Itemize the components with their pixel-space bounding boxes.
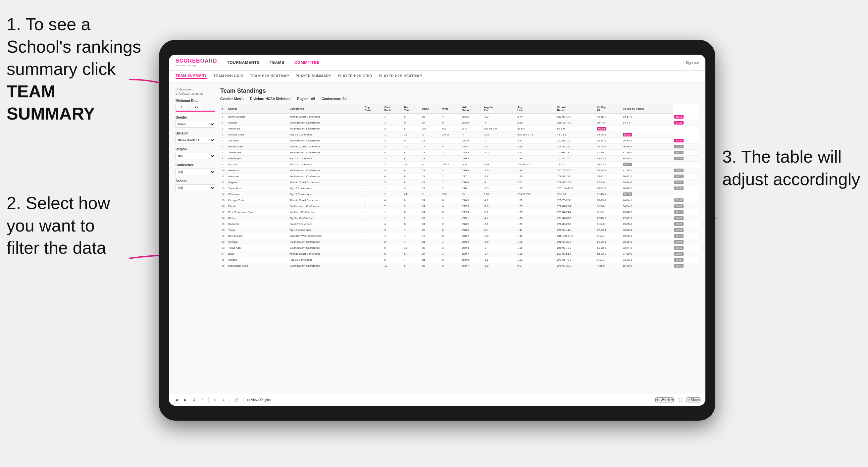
cell-22-4: 9 bbox=[383, 245, 403, 251]
cell-19-14: 80.91 bbox=[673, 227, 699, 233]
navbar: SCOREBOARD Powered by clippi TOURNAMENTS… bbox=[169, 55, 705, 70]
table-row: 22GeorgiaSoutheastern Conference-8721127… bbox=[220, 239, 699, 245]
cell-19-10: 1.44 bbox=[516, 227, 556, 233]
share-btn[interactable]: ↗ Share bbox=[686, 398, 701, 402]
school-select[interactable]: (All) bbox=[176, 185, 215, 191]
score-badge: 80.04 bbox=[674, 168, 684, 172]
cell-4-2: Southeastern Conference bbox=[288, 138, 363, 144]
sign-out[interactable]: | Sign out bbox=[684, 61, 699, 65]
cell-3-12: 79-25-1 bbox=[596, 132, 622, 138]
cell-13-8: -3.1 bbox=[461, 191, 483, 197]
logo-sub: Powered by clippi bbox=[176, 64, 217, 67]
conference-filter-label: Conference: bbox=[321, 97, 341, 101]
cell-16-10: 1.55 bbox=[516, 209, 556, 215]
toolbar-clock[interactable]: 🕐 bbox=[233, 397, 240, 403]
region-select[interactable]: N/A All bbox=[176, 153, 215, 159]
toolbar-forward[interactable]: ▶ bbox=[183, 397, 188, 403]
cell-24-4: 9 bbox=[383, 257, 403, 263]
cell-0-6: 23 bbox=[421, 114, 441, 120]
toolbar-add[interactable]: + bbox=[221, 398, 226, 403]
watch-btn[interactable]: 👁 Watch ▾ bbox=[655, 398, 674, 402]
toolbar-resize[interactable]: ⛶ bbox=[677, 398, 683, 403]
col-avg-par: Avg. toPar bbox=[483, 104, 516, 114]
sidebar: Update time: 27/03/2024 16:56:26 Minimum… bbox=[176, 88, 215, 389]
cell-19-3: - bbox=[363, 227, 383, 233]
cell-23-13: 37-30-0 bbox=[622, 251, 673, 257]
toolbar-home[interactable]: ⌂ bbox=[200, 398, 205, 403]
cell-24-14: 80.38 bbox=[673, 257, 699, 263]
subnav-player-summary[interactable]: PLAYER SUMMARY bbox=[296, 74, 331, 79]
cell-23-5: 9 bbox=[403, 251, 421, 257]
cell-9-0: 10 bbox=[220, 167, 227, 174]
table-area: Team Standings Gender: Men's Division: N… bbox=[220, 88, 699, 389]
gender-select[interactable]: Men's Women's bbox=[176, 121, 215, 127]
watch-label: Watch bbox=[661, 398, 670, 402]
cell-19-2: Big 12 Conference bbox=[288, 227, 363, 233]
table-row: 5Ole MissSoutheastern Conference-3618127… bbox=[220, 138, 699, 144]
nav-committee[interactable]: COMMITTEE bbox=[294, 60, 320, 65]
score-badge: 80.02 bbox=[674, 204, 684, 208]
cell-5-13: 40-29-2 bbox=[622, 144, 673, 150]
table-filters: Gender: Men's Division: NCAA Division I … bbox=[220, 97, 699, 101]
subnav-player-h2h-grid[interactable]: PLAYER H2H GRID bbox=[338, 74, 372, 79]
cell-9-2: Southeastern Conference bbox=[288, 167, 363, 174]
subnav-team-summary[interactable]: TEAM SUMMARY bbox=[176, 73, 207, 79]
cell-14-4: 4 bbox=[383, 197, 403, 204]
cell-25-1: Mississippi State bbox=[227, 263, 288, 269]
subnav-team-h2h-grid[interactable]: TEAM H2H GRID bbox=[213, 74, 243, 79]
slider-bar[interactable] bbox=[176, 111, 215, 112]
col-rank: # bbox=[220, 104, 227, 114]
range-to-input[interactable] bbox=[191, 104, 203, 109]
cell-1-2: Southeastern Conference bbox=[288, 120, 363, 126]
cell-16-14: 80.16 bbox=[673, 209, 699, 215]
cell-23-4: 5 bbox=[383, 251, 403, 257]
toolbar-reload[interactable]: ↺ bbox=[191, 397, 197, 403]
instruction-1-text: 1. To see a School's rankings summary cl… bbox=[7, 14, 141, 79]
cell-25-8: 280.7 bbox=[461, 263, 483, 269]
toolbar-back[interactable]: ◀ bbox=[174, 397, 179, 403]
col-rnds: Rnds bbox=[421, 104, 441, 114]
nav-tournaments[interactable]: TOURNAMENTS bbox=[227, 60, 260, 65]
cell-8-11: 14-21-0 bbox=[556, 162, 595, 167]
cell-9-7: 3 bbox=[441, 167, 461, 174]
cell-18-10: 1.53 bbox=[516, 221, 556, 227]
view-original-icon: ⊡ bbox=[247, 398, 250, 402]
cell-21-0: 22 bbox=[220, 239, 227, 245]
cell-5-7: 4 bbox=[441, 144, 461, 150]
cell-18-7: 2 bbox=[441, 221, 461, 227]
conference-select[interactable]: (All) bbox=[176, 168, 215, 175]
cell-0-0: 1 bbox=[220, 114, 227, 120]
view-original-btn[interactable]: ⊡ View: Original bbox=[247, 398, 272, 402]
cell-1-5: 9 bbox=[403, 120, 421, 126]
cell-6-13: 31-19-0 bbox=[622, 150, 673, 156]
toolbar-bookmark[interactable]: ☆ bbox=[212, 397, 218, 403]
nav-teams[interactable]: TEAMS bbox=[270, 60, 284, 65]
cell-8-8: -4.6 bbox=[461, 162, 483, 167]
subnav-team-h2h-heatmap[interactable]: TEAM H2H HEATMAP bbox=[250, 74, 289, 79]
division-select[interactable]: NCAA Division I NCAA Division II bbox=[176, 137, 215, 144]
table-row: 18IllinoisBig Ten Conference-19231279.1-… bbox=[220, 215, 699, 221]
col-vs-top50: Vs Top 50 Points bbox=[622, 104, 673, 114]
cell-18-5: 8 bbox=[403, 221, 421, 227]
cell-4-4: 3 bbox=[383, 138, 403, 144]
cell-14-2: Atlantic Coast Conference bbox=[288, 197, 363, 204]
cell-16-11: 267 87-21-2 bbox=[556, 209, 595, 215]
cell-7-7: 1 bbox=[441, 156, 461, 162]
table-row: 14OklahomaBig 12 Conference-2242278-3.11… bbox=[220, 191, 699, 197]
score-badge: 80.38 bbox=[674, 258, 684, 262]
cell-20-9: -0.8 bbox=[483, 233, 516, 239]
subnav-player-h2h-heatmap[interactable]: PLAYER H2H HEATMAP bbox=[379, 74, 422, 79]
cell-22-8: 279.3 bbox=[461, 245, 483, 251]
table-row: 19CaliforniaPac-12 Conference-48242278.2… bbox=[220, 221, 699, 227]
table-row: 17East Tennessee StateSouthern Conferenc… bbox=[220, 209, 699, 215]
cell-9-1: Alabama bbox=[227, 167, 288, 174]
range-from-input[interactable] bbox=[176, 104, 187, 109]
cell-14-9: -4.2 bbox=[483, 197, 516, 204]
cell-18-2: Pac-12 Conference bbox=[288, 221, 363, 227]
cell-0-13: 63-17-0 bbox=[622, 114, 673, 120]
score-badge: 80.14 bbox=[674, 234, 684, 238]
instruction-2: 2. Select howyou want tofilter the data bbox=[7, 192, 132, 259]
cell-23-9: -0.4 bbox=[483, 251, 516, 257]
cell-0-14: 89.11 bbox=[673, 114, 699, 120]
cell-25-3: - bbox=[363, 263, 383, 269]
